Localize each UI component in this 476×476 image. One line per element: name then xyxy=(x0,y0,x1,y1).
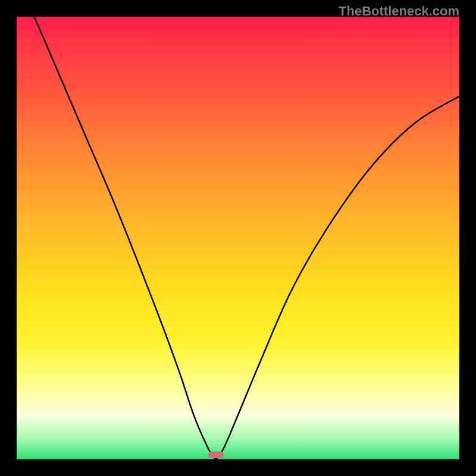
curve-svg xyxy=(17,17,459,459)
optimal-marker xyxy=(208,452,224,459)
bottleneck-curve xyxy=(35,17,459,459)
watermark-text: TheBottleneck.com xyxy=(339,4,459,19)
plot-area xyxy=(17,17,459,459)
